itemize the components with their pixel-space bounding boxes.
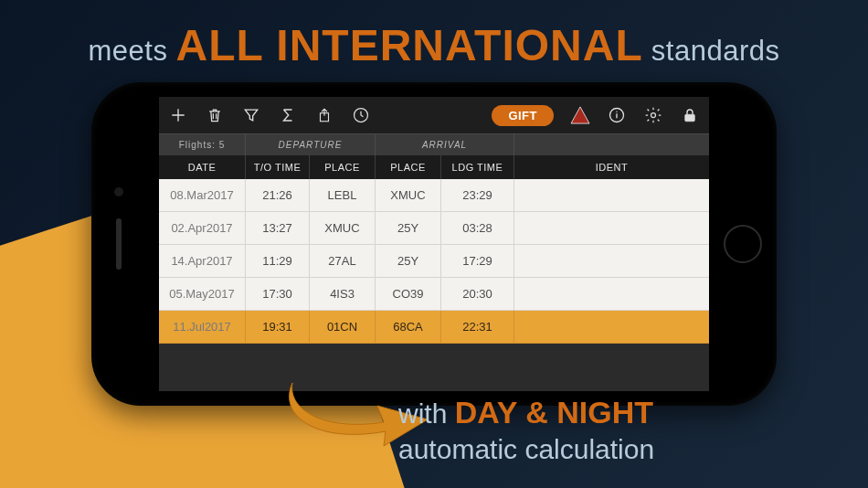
headline-emphasis: ALL INTERNATIONAL	[176, 21, 643, 69]
col-ldg-time: LDG TIME	[441, 155, 514, 179]
cell-arr-place: 25Y	[376, 212, 441, 245]
cell-to-time: 19:31	[246, 311, 310, 344]
subline-post: automatic calculation	[398, 434, 654, 464]
col-place-dep: PLACE	[310, 155, 376, 179]
subline-emphasis: DAY & NIGHT	[455, 395, 653, 430]
phone-camera	[114, 187, 123, 196]
group-arrival: ARRIVAL	[376, 134, 514, 155]
gift-button[interactable]: GIFT	[492, 105, 554, 126]
cell-ldg-time: 03:28	[441, 212, 514, 245]
cell-date: 11.Jul2017	[159, 311, 246, 344]
col-place-arr: PLACE	[376, 155, 441, 179]
svg-point-3	[651, 113, 656, 118]
cell-dep-place: 27AL	[310, 245, 376, 278]
cell-date: 14.Apr2017	[159, 245, 246, 278]
table-body: 08.Mar201721:26LEBLXMUC23:2902.Apr201713…	[159, 179, 709, 344]
filter-icon[interactable]	[241, 105, 261, 125]
table-empty-area	[159, 344, 709, 391]
cell-ident	[514, 212, 709, 245]
svg-rect-4	[685, 114, 695, 122]
cell-ldg-time: 20:30	[441, 278, 514, 311]
cell-to-time: 17:30	[246, 278, 310, 311]
subline-pre: with	[398, 398, 455, 429]
share-icon[interactable]	[314, 105, 334, 125]
cell-date: 08.Mar2017	[159, 179, 246, 212]
phone-speaker	[116, 218, 122, 270]
phone-frame: GIFT Flights: 5 DEPARTURE ARR	[91, 82, 777, 406]
cell-dep-place: LEBL	[310, 179, 376, 212]
group-departure: DEPARTURE	[246, 134, 376, 155]
table-group-header: Flights: 5 DEPARTURE ARRIVAL	[159, 133, 709, 155]
add-icon[interactable]	[168, 105, 188, 125]
cell-to-time: 11:29	[246, 245, 310, 278]
cell-arr-place: 25Y	[376, 245, 441, 278]
cell-arr-place: CO39	[376, 278, 441, 311]
cell-ident	[514, 179, 709, 212]
lock-icon[interactable]	[680, 105, 700, 125]
gear-icon[interactable]	[643, 105, 663, 125]
col-ident: IDENT	[514, 155, 709, 179]
cell-date: 02.Apr2017	[159, 212, 246, 245]
home-button[interactable]	[724, 225, 762, 263]
table-column-header: DATE T/O TIME PLACE PLACE LDG TIME IDENT	[159, 155, 709, 179]
toolbar: GIFT	[159, 97, 709, 133]
col-to-time: T/O TIME	[246, 155, 310, 179]
warning-icon[interactable]	[570, 105, 590, 125]
table-row[interactable]: 14.Apr201711:2927AL25Y17:29	[159, 245, 709, 278]
cell-date: 05.May2017	[159, 278, 246, 311]
cell-ldg-time: 17:29	[441, 245, 514, 278]
sum-icon[interactable]	[278, 105, 298, 125]
cell-ident	[514, 245, 709, 278]
promo-stage: meets ALL INTERNATIONAL standards	[0, 0, 868, 488]
cell-ldg-time: 22:31	[441, 311, 514, 344]
headline: meets ALL INTERNATIONAL standards	[0, 20, 868, 70]
cell-to-time: 13:27	[246, 212, 310, 245]
table-row[interactable]: 08.Mar201721:26LEBLXMUC23:29	[159, 179, 709, 212]
headline-pre: meets	[89, 35, 176, 67]
subline: with DAY & NIGHT automatic calculation	[398, 393, 819, 466]
cell-ldg-time: 23:29	[441, 179, 514, 212]
col-date: DATE	[159, 155, 246, 179]
cell-ident	[514, 311, 709, 344]
gift-button-label: GIFT	[508, 109, 537, 122]
table-row[interactable]: 05.May201717:304IS3CO3920:30	[159, 278, 709, 311]
cell-arr-place: 68CA	[376, 311, 441, 344]
table-row[interactable]: 11.Jul201719:3101CN68CA22:31	[159, 311, 709, 344]
cell-dep-place: XMUC	[310, 212, 376, 245]
trash-icon[interactable]	[205, 105, 225, 125]
cell-dep-place: 4IS3	[310, 278, 376, 311]
table-row[interactable]: 02.Apr201713:27XMUC25Y03:28	[159, 212, 709, 245]
cell-dep-place: 01CN	[310, 311, 376, 344]
clock-icon[interactable]	[351, 105, 371, 125]
cell-to-time: 21:26	[246, 179, 310, 212]
headline-post: standards	[651, 35, 780, 67]
cell-arr-place: XMUC	[376, 179, 441, 212]
app-screen: GIFT Flights: 5 DEPARTURE ARR	[159, 97, 709, 391]
cell-ident	[514, 278, 709, 311]
info-icon[interactable]	[607, 105, 627, 125]
flights-count: Flights: 5	[159, 134, 246, 155]
